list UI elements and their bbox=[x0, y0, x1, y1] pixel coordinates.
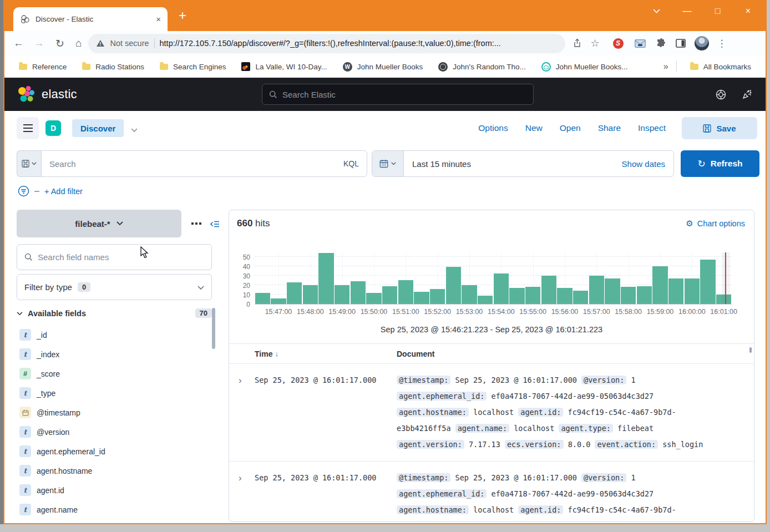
security-extension-icon[interactable]: S bbox=[613, 38, 624, 49]
time-column-header[interactable]: Time ↓ bbox=[255, 349, 397, 358]
bookmark-item[interactable]: Search Engines bbox=[154, 60, 231, 73]
field-item[interactable]: t_index bbox=[17, 344, 220, 364]
window-close-icon[interactable]: × bbox=[733, 1, 763, 21]
field-item[interactable]: tagent.id bbox=[17, 480, 220, 500]
date-picker-menu-button[interactable] bbox=[372, 151, 404, 176]
all-bookmarks-button[interactable]: All Bookmarks bbox=[685, 60, 757, 73]
histogram-bar[interactable] bbox=[685, 278, 700, 304]
histogram-bar[interactable] bbox=[255, 293, 270, 305]
field-item[interactable]: t_type bbox=[17, 383, 220, 403]
field-search-box[interactable] bbox=[17, 244, 212, 270]
query-language-button[interactable]: KQL bbox=[343, 159, 359, 168]
browser-menu-kebab-icon[interactable]: ⋮ bbox=[717, 38, 727, 49]
newsfeed-icon[interactable] bbox=[742, 89, 752, 99]
tab-close-icon[interactable]: × bbox=[156, 14, 161, 24]
histogram-bar[interactable] bbox=[335, 285, 349, 304]
collapse-sidebar-icon[interactable] bbox=[210, 219, 220, 229]
extensions-puzzle-icon[interactable] bbox=[656, 38, 666, 48]
expand-row-icon[interactable]: › bbox=[239, 470, 255, 521]
field-search-input[interactable] bbox=[38, 252, 204, 262]
time-range-value[interactable]: Last 15 minutes bbox=[412, 159, 471, 169]
histogram-bar[interactable] bbox=[414, 292, 429, 304]
url-text[interactable]: http://172.105.7.150/app/discover#/?_g=(… bbox=[160, 39, 558, 48]
help-icon[interactable] bbox=[716, 89, 726, 99]
bookmarks-overflow-icon[interactable]: » bbox=[663, 62, 668, 72]
histogram-bar[interactable] bbox=[478, 296, 493, 304]
table-scrollbar[interactable] bbox=[749, 347, 752, 353]
saved-query-menu-button[interactable] bbox=[17, 150, 41, 177]
show-dates-button[interactable]: Show dates bbox=[622, 159, 665, 169]
histogram-bar[interactable] bbox=[318, 253, 333, 304]
field-item[interactable]: t@version bbox=[17, 422, 220, 442]
bookmark-item[interactable]: WJohn Mueller Books bbox=[337, 60, 429, 74]
bookmark-item[interactable]: Radio Stations bbox=[77, 60, 150, 73]
topnav-link-options[interactable]: Options bbox=[478, 123, 508, 133]
field-item[interactable]: #_score bbox=[17, 364, 220, 383]
space-avatar[interactable]: D bbox=[45, 120, 61, 136]
data-view-picker[interactable]: filebeat-* bbox=[17, 210, 181, 237]
address-bar[interactable]: Not secure http://172.105.7.150/app/disc… bbox=[88, 34, 565, 53]
field-actions-icon[interactable] bbox=[191, 222, 201, 225]
histogram-bar[interactable] bbox=[351, 281, 366, 304]
histogram-bar[interactable] bbox=[589, 276, 604, 304]
bookmark-item[interactable]: La Valle, WI 10-Day... bbox=[236, 60, 332, 73]
browser-tab[interactable]: Discover - Elastic × bbox=[13, 7, 168, 31]
elastic-global-search[interactable] bbox=[262, 84, 534, 105]
histogram-bar[interactable] bbox=[446, 267, 461, 304]
histogram-bar[interactable] bbox=[287, 282, 302, 304]
elastic-search-input[interactable] bbox=[282, 90, 526, 99]
reload-icon[interactable]: ↻ bbox=[55, 37, 64, 50]
security-label[interactable]: Not secure bbox=[110, 39, 149, 48]
home-icon[interactable]: ⌂ bbox=[75, 37, 82, 49]
histogram-bar[interactable] bbox=[668, 278, 683, 304]
histogram-bar[interactable] bbox=[430, 289, 445, 304]
histogram-bar[interactable] bbox=[525, 287, 540, 304]
filter-by-type-select[interactable]: Filter by type 0 bbox=[17, 274, 212, 300]
histogram-bar[interactable] bbox=[509, 288, 524, 304]
histogram-bar[interactable] bbox=[462, 285, 477, 304]
save-button[interactable]: Save bbox=[682, 117, 757, 139]
topnav-link-new[interactable]: New bbox=[525, 123, 543, 133]
available-fields-header[interactable]: Available fields 70 bbox=[17, 306, 212, 321]
side-panel-icon[interactable] bbox=[676, 39, 686, 48]
topnav-link-inspect[interactable]: Inspect bbox=[638, 123, 666, 133]
field-item[interactable]: tagent.name bbox=[17, 500, 220, 519]
main-menu-icon[interactable] bbox=[17, 117, 39, 139]
histogram-bar[interactable] bbox=[637, 286, 652, 304]
expand-row-icon[interactable]: › bbox=[239, 372, 255, 453]
add-filter-button[interactable]: + Add filter bbox=[44, 187, 83, 196]
bookmark-star-icon[interactable]: ☆ bbox=[590, 37, 599, 49]
elastic-brand[interactable]: elastic bbox=[17, 78, 77, 111]
histogram-bar[interactable] bbox=[605, 278, 620, 304]
histogram-bar[interactable] bbox=[494, 273, 509, 304]
histogram-bar[interactable] bbox=[303, 285, 318, 304]
histogram-bar[interactable] bbox=[382, 286, 397, 304]
field-item[interactable]: tagent.hostname bbox=[17, 461, 220, 480]
topnav-link-share[interactable]: Share bbox=[598, 123, 621, 133]
sort-descending-icon[interactable]: ↓ bbox=[275, 349, 278, 358]
back-icon[interactable]: ← bbox=[13, 37, 24, 49]
breadcrumb[interactable]: Discover bbox=[72, 119, 124, 137]
histogram-bar[interactable] bbox=[700, 260, 715, 304]
field-item[interactable]: @timestamp bbox=[17, 403, 220, 422]
field-item[interactable]: tagent.ephemeral_id bbox=[17, 442, 220, 461]
bookmark-item[interactable]: John's Random Tho... bbox=[433, 60, 531, 74]
mail-extension-icon[interactable] bbox=[635, 39, 646, 48]
field-item[interactable]: t_id bbox=[17, 325, 220, 344]
histogram-bar[interactable] bbox=[366, 293, 381, 305]
histogram-bar[interactable] bbox=[398, 280, 413, 304]
window-minimize-icon[interactable]: — bbox=[672, 1, 702, 21]
search-input[interactable] bbox=[49, 159, 339, 169]
bookmark-item[interactable]: John Mueller Books... bbox=[536, 60, 634, 74]
topnav-link-open[interactable]: Open bbox=[560, 123, 581, 133]
histogram-bar[interactable] bbox=[573, 291, 588, 304]
histogram-bar[interactable] bbox=[271, 298, 286, 304]
sidebar-scrollbar[interactable] bbox=[212, 308, 215, 349]
chevron-down-icon[interactable] bbox=[131, 125, 138, 135]
histogram-bar[interactable] bbox=[557, 288, 572, 304]
profile-avatar[interactable] bbox=[695, 36, 709, 50]
histogram-bar[interactable] bbox=[652, 266, 667, 304]
refresh-button[interactable]: ↻ Refresh bbox=[681, 150, 759, 177]
window-menu-icon[interactable] bbox=[641, 1, 672, 21]
filter-icon[interactable] bbox=[18, 185, 29, 197]
